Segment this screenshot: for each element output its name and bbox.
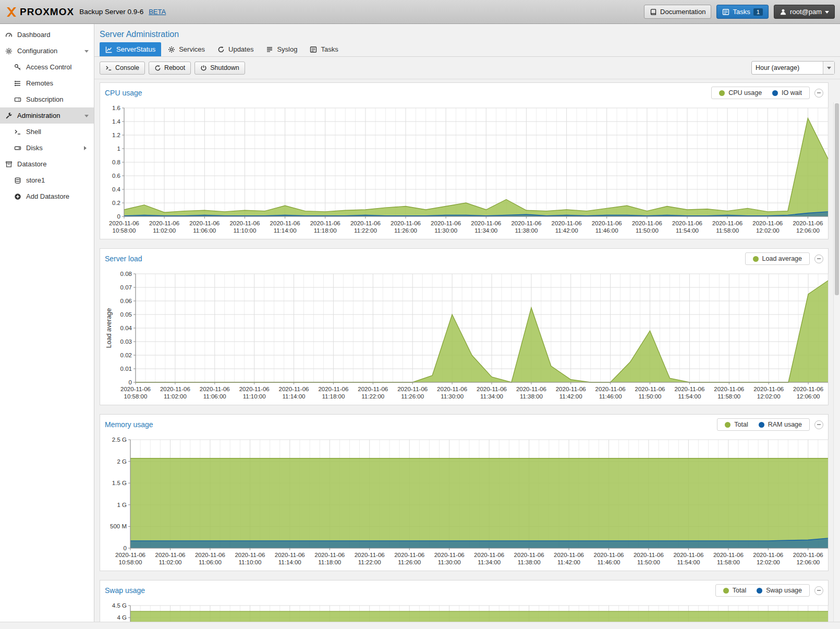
tab-tasks[interactable]: Tasks (304, 42, 344, 56)
product-version: Backup Server 0.9-6 (79, 8, 143, 16)
chart-legend: TotalSwap usage (715, 584, 810, 597)
reboot-button[interactable]: Reboot (149, 62, 191, 75)
svg-text:0.8: 0.8 (112, 159, 120, 165)
timeframe-select[interactable]: Hour (average) (751, 61, 835, 75)
sidebar: Dashboard Configuration Access Control R… (0, 24, 94, 622)
svg-text:11:54:00: 11:54:00 (678, 393, 701, 400)
svg-text:12:06:00: 12:06:00 (796, 559, 820, 565)
sidebar-item-add-datastore[interactable]: Add Datastore (0, 188, 94, 204)
sidebar-item-label: Disks (26, 144, 43, 152)
refresh-icon (217, 46, 225, 53)
tab-label: Updates (228, 45, 253, 53)
sidebar-item-access-control[interactable]: Access Control (0, 59, 94, 75)
svg-text:4.5 G: 4.5 G (112, 602, 127, 609)
tab-syslog[interactable]: Syslog (260, 42, 303, 56)
sidebar-item-store1[interactable]: store1 (0, 172, 94, 188)
collapse-icon[interactable] (814, 89, 823, 98)
console-button[interactable]: Console (100, 62, 145, 75)
sidebar-item-shell[interactable]: Shell (0, 124, 94, 140)
legend-item: Load average (753, 255, 802, 262)
legend-item: Total (725, 421, 748, 428)
svg-text:11:02:00: 11:02:00 (164, 393, 187, 400)
svg-text:11:38:00: 11:38:00 (520, 393, 543, 400)
tab-serverstatus[interactable]: ServerStatus (100, 42, 161, 56)
sidebar-item-subscription[interactable]: Subscription (0, 91, 94, 107)
horizontal-scrollbar[interactable] (0, 622, 840, 629)
tab-label: Tasks (321, 45, 338, 53)
svg-text:2020-11-06: 2020-11-06 (674, 386, 704, 392)
collapse-icon[interactable] (814, 420, 823, 429)
sidebar-item-configuration[interactable]: Configuration (0, 43, 94, 59)
database-icon (14, 177, 21, 184)
sidebar-item-datastore[interactable]: Datastore (0, 156, 94, 172)
swap-usage-panel: Swap usage TotalSwap usage 0500 M1 G1.5 … (100, 580, 829, 622)
svg-text:2020-11-06: 2020-11-06 (713, 552, 744, 558)
svg-text:2020-11-06: 2020-11-06 (672, 220, 702, 226)
sidebar-item-remotes[interactable]: Remotes (0, 75, 94, 91)
svg-text:2020-11-06: 2020-11-06 (753, 552, 783, 558)
tasks-button[interactable]: Tasks 1 (716, 5, 769, 19)
legend-dot (725, 422, 731, 428)
toolbar: Console Reboot Shutdown Hour (average) (94, 57, 840, 79)
shutdown-button[interactable]: Shutdown (194, 62, 245, 75)
chevron-down-icon (827, 67, 831, 71)
chevron-down-icon (825, 11, 829, 16)
svg-text:11:34:00: 11:34:00 (480, 393, 503, 400)
svg-text:12:02:00: 12:02:00 (757, 559, 780, 565)
task-list-icon (310, 46, 317, 53)
svg-text:11:30:00: 11:30:00 (441, 393, 464, 400)
sidebar-item-administration[interactable]: Administration (0, 107, 94, 124)
svg-text:2020-11-06: 2020-11-06 (752, 220, 783, 226)
svg-text:10:58:00: 10:58:00 (124, 393, 148, 400)
svg-text:0.4: 0.4 (112, 186, 121, 192)
collapse-icon[interactable] (814, 255, 823, 263)
svg-text:2020-11-06: 2020-11-06 (310, 220, 340, 226)
tasks-count-badge: 1 (753, 8, 763, 16)
vertical-scrollbar[interactable] (833, 102, 840, 622)
key-icon (14, 64, 21, 71)
svg-text:1.4: 1.4 (112, 118, 121, 125)
tab-label: ServerStatus (116, 45, 155, 53)
svg-text:0.04: 0.04 (120, 325, 132, 331)
svg-text:11:10:00: 11:10:00 (238, 559, 261, 565)
svg-text:2020-11-06: 2020-11-06 (554, 552, 584, 558)
svg-text:2020-11-06: 2020-11-06 (753, 386, 784, 392)
svg-text:4 G: 4 G (117, 614, 127, 621)
sidebar-item-label: Remotes (26, 79, 53, 87)
svg-text:11:46:00: 11:46:00 (595, 227, 618, 234)
remotes-icon (14, 80, 21, 87)
server-load-chart: 00.010.020.030.040.050.060.070.082020-11… (100, 268, 828, 405)
sidebar-item-label: Access Control (26, 63, 71, 71)
book-icon (650, 8, 657, 16)
svg-text:2020-11-06: 2020-11-06 (270, 220, 300, 226)
svg-text:2020-11-06: 2020-11-06 (397, 386, 428, 392)
brand-text: PROXMOX (20, 6, 74, 18)
sidebar-item-dashboard[interactable]: Dashboard (0, 27, 94, 43)
svg-text:11:50:00: 11:50:00 (639, 393, 662, 400)
svg-text:11:26:00: 11:26:00 (394, 227, 417, 234)
documentation-label: Documentation (660, 8, 705, 16)
terminal-icon (14, 128, 21, 136)
svg-text:2020-11-06: 2020-11-06 (714, 386, 744, 392)
svg-text:11:22:00: 11:22:00 (361, 393, 384, 400)
wrench-icon (5, 112, 13, 119)
documentation-button[interactable]: Documentation (644, 5, 711, 19)
user-icon (780, 8, 787, 16)
user-label: root@pam (790, 8, 822, 16)
svg-text:2020-11-06: 2020-11-06 (556, 386, 586, 392)
combo-trigger[interactable] (823, 62, 834, 74)
svg-text:11:06:00: 11:06:00 (203, 393, 226, 400)
svg-text:11:38:00: 11:38:00 (518, 559, 541, 565)
beta-link[interactable]: BETA (149, 8, 166, 16)
sidebar-item-disks[interactable]: Disks (0, 140, 94, 156)
user-menu-button[interactable]: root@pam (774, 5, 835, 19)
svg-text:11:02:00: 11:02:00 (153, 227, 176, 234)
svg-text:2020-11-06: 2020-11-06 (437, 386, 467, 392)
svg-text:11:14:00: 11:14:00 (274, 227, 297, 234)
svg-text:11:46:00: 11:46:00 (599, 393, 622, 400)
collapse-icon[interactable] (814, 586, 823, 595)
tab-services[interactable]: Services (162, 42, 211, 56)
scrollbar-thumb[interactable] (835, 103, 839, 295)
reboot-label: Reboot (164, 64, 185, 71)
tab-updates[interactable]: Updates (212, 42, 259, 56)
